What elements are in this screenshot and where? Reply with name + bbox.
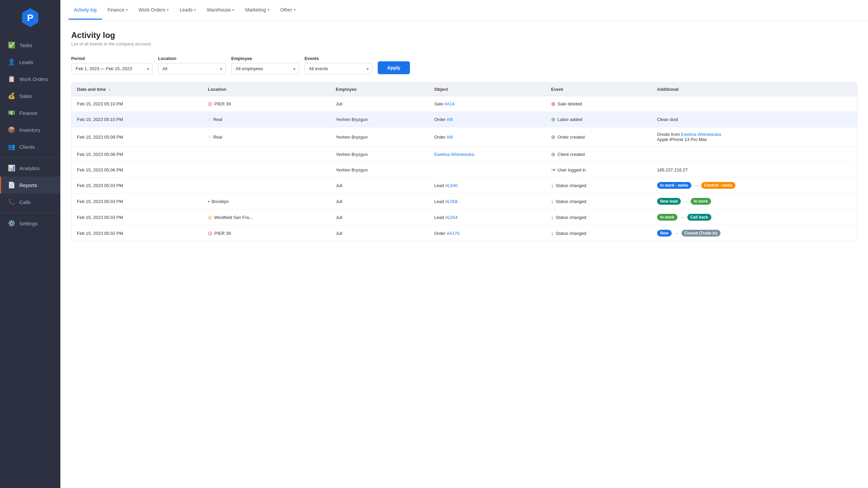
cell-event: ⊗Sale deleted bbox=[546, 96, 652, 112]
object-link[interactable]: #I8 bbox=[447, 135, 453, 140]
finance-icon: 💵 bbox=[8, 109, 15, 117]
status-change-icon: ↕ bbox=[551, 230, 554, 236]
employee-select-wrapper: All employees bbox=[231, 63, 299, 74]
chevron-down-icon: ▾ bbox=[268, 8, 270, 12]
sidebar-item-calls[interactable]: 📞 Calls bbox=[0, 194, 60, 210]
location-filter-group: Location All bbox=[158, 56, 226, 74]
location-name: Real bbox=[213, 117, 222, 122]
object-text: Order bbox=[434, 231, 447, 236]
sidebar-item-sales-label: Sales bbox=[19, 93, 32, 99]
chevron-down-icon: ▾ bbox=[232, 8, 234, 12]
work-orders-icon: 📋 bbox=[8, 75, 15, 83]
sidebar-item-sales[interactable]: 💰 Sales bbox=[0, 87, 60, 104]
table-row: Feb 15, 2023 05:10 PM⊙PIER 39JuliSale #A… bbox=[72, 96, 857, 112]
object-link[interactable]: #L054 bbox=[445, 215, 457, 220]
event-text: Labor added bbox=[557, 117, 582, 122]
cell-additional: Clean dust bbox=[652, 112, 857, 127]
tab-warehouse-label: Warehouse bbox=[207, 7, 231, 13]
sidebar-item-reports[interactable]: 📄 Reports bbox=[0, 177, 60, 194]
cell-datetime: Feb 15, 2023 05:02 PM bbox=[72, 225, 202, 241]
sidebar-item-inventory[interactable]: 📦 Inventory bbox=[0, 121, 60, 138]
sidebar-item-clients-label: Clients bbox=[19, 144, 35, 150]
tab-warehouse[interactable]: Warehouse ▾ bbox=[201, 1, 240, 20]
analytics-icon: 📊 bbox=[8, 164, 15, 172]
sidebar-item-analytics[interactable]: 📊 Analytics bbox=[0, 160, 60, 177]
pill-to: Call back bbox=[687, 214, 711, 221]
additional-person-link[interactable]: Ewelina Wiśniewska bbox=[681, 132, 721, 137]
location-select[interactable]: All bbox=[158, 63, 226, 74]
tab-leads[interactable]: Leads ▾ bbox=[174, 1, 201, 20]
sidebar-item-settings-label: Settings bbox=[19, 221, 38, 226]
sidebar-item-clients[interactable]: 👥 Clients bbox=[0, 138, 60, 155]
gray-dot-icon: ○ bbox=[208, 134, 211, 140]
col-additional: Additional bbox=[652, 83, 857, 96]
object-link[interactable]: #I8 bbox=[447, 117, 453, 122]
object-link[interactable]: #A14 bbox=[444, 101, 454, 106]
filters-bar: Period Feb 1, 2023 — Feb 15, 2023 Locati… bbox=[71, 56, 857, 74]
object-link[interactable]: #L040 bbox=[445, 183, 457, 188]
sidebar-item-leads[interactable]: 👤 Leads bbox=[0, 54, 60, 70]
location-name: PIER 39 bbox=[214, 231, 231, 236]
event-badge: ⊕Order created bbox=[551, 134, 646, 140]
green-plus-icon: ⊕ bbox=[551, 134, 555, 140]
object-link[interactable]: #A170 bbox=[447, 231, 460, 236]
arrow-icon: → bbox=[680, 215, 685, 220]
tab-finance[interactable]: Finance ▾ bbox=[102, 1, 133, 20]
leads-icon: 👤 bbox=[8, 58, 15, 66]
cell-employee: Yevhen Bryzgun bbox=[330, 112, 429, 127]
col-datetime[interactable]: Date and time ↓ bbox=[72, 83, 202, 96]
table-body: Feb 15, 2023 05:10 PM⊙PIER 39JuliSale #A… bbox=[72, 96, 857, 241]
employee-select[interactable]: All employees bbox=[231, 63, 299, 74]
location-name: Real bbox=[213, 135, 222, 140]
event-badge: ⇥User logged in bbox=[551, 167, 646, 173]
sidebar-divider-1 bbox=[0, 157, 60, 158]
app-logo: P bbox=[19, 7, 41, 28]
location-select-wrapper: All bbox=[158, 63, 226, 74]
events-select[interactable]: All events bbox=[304, 63, 372, 74]
period-select[interactable]: Feb 1, 2023 — Feb 15, 2023 bbox=[71, 63, 153, 74]
cell-object: Lead #L058 bbox=[429, 194, 546, 209]
event-text: User logged in bbox=[557, 167, 586, 172]
green-plus-icon: ⊕ bbox=[551, 116, 555, 123]
object-link[interactable]: Ewelina Wiśniewska bbox=[434, 152, 474, 157]
status-change-icon: ↕ bbox=[551, 215, 554, 220]
apply-button[interactable]: Apply bbox=[378, 61, 410, 74]
object-link[interactable]: #L058 bbox=[445, 199, 457, 204]
table-row: Feb 15, 2023 05:03 PM▪BrooklynJuliLead #… bbox=[72, 194, 857, 209]
sidebar-item-work-orders[interactable]: 📋 Work Orders bbox=[0, 70, 60, 87]
cell-event: ↕Status changed bbox=[546, 194, 652, 209]
tab-marketing-label: Marketing bbox=[245, 7, 266, 13]
page-title: Activity log bbox=[71, 30, 857, 40]
cell-datetime: Feb 15, 2023 05:03 PM bbox=[72, 178, 202, 194]
sales-icon: 💰 bbox=[8, 92, 15, 100]
period-filter-group: Period Feb 1, 2023 — Feb 15, 2023 bbox=[71, 56, 153, 74]
sidebar-item-leads-label: Leads bbox=[19, 59, 33, 65]
tab-work-orders[interactable]: Work Orders ▾ bbox=[133, 1, 174, 20]
pill-from: New bbox=[657, 230, 672, 237]
blue-square-icon: ▪ bbox=[208, 199, 210, 204]
cell-location bbox=[202, 162, 330, 178]
tab-activity-log[interactable]: Activity log bbox=[68, 1, 102, 20]
sidebar-item-finance[interactable]: 💵 Finance bbox=[0, 104, 60, 121]
sidebar-item-tasks-label: Tasks bbox=[19, 42, 32, 48]
cell-event: ↕Status changed bbox=[546, 209, 652, 225]
cell-additional bbox=[652, 147, 857, 162]
event-text: Status changed bbox=[556, 215, 586, 220]
tab-marketing[interactable]: Marketing ▾ bbox=[240, 1, 275, 20]
sidebar-item-settings[interactable]: ⚙️ Settings bbox=[0, 215, 60, 232]
table-row: Feb 15, 2023 05:08 PMYevhen BryzgunEweli… bbox=[72, 147, 857, 162]
cell-employee: Juli bbox=[330, 96, 429, 112]
event-badge: ↕Status changed bbox=[551, 230, 646, 236]
cell-employee: Juli bbox=[330, 178, 429, 194]
sidebar-divider-2 bbox=[0, 212, 60, 213]
sidebar-item-tasks[interactable]: ✅ Tasks bbox=[0, 37, 60, 54]
cell-datetime: Feb 15, 2023 05:06 PM bbox=[72, 162, 202, 178]
cell-event: ⊕Labor added bbox=[546, 112, 652, 127]
event-badge: ⊕Labor added bbox=[551, 116, 646, 123]
tab-other[interactable]: Other ▾ bbox=[275, 1, 301, 20]
cell-additional: In work → Call back bbox=[652, 209, 857, 225]
page-body: Activity log List of all events in the c… bbox=[60, 21, 868, 488]
tab-activity-log-label: Activity log bbox=[74, 7, 97, 13]
pill-to: Closed (Trade In) bbox=[682, 230, 721, 237]
period-select-wrapper: Feb 1, 2023 — Feb 15, 2023 bbox=[71, 63, 153, 74]
